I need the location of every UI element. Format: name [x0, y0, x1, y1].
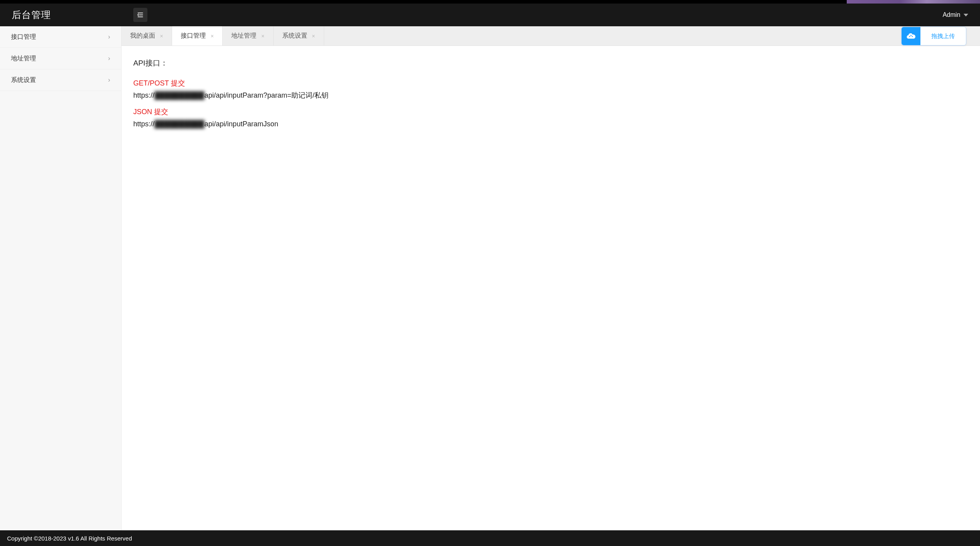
- section-label: GET/POST 提交: [133, 77, 968, 89]
- tab-settings[interactable]: 系统设置 ×: [274, 26, 324, 46]
- menu-collapse-icon: [136, 11, 144, 19]
- url-prefix: https://: [133, 120, 154, 128]
- sidebar-item-settings[interactable]: 系统设置 ›: [0, 69, 121, 91]
- url-masked: ██████████: [154, 120, 205, 128]
- app-body: 接口管理 › 地址管理 › 系统设置 › 我的桌面 × 接口管理 × 地址管理 …: [0, 26, 980, 530]
- footer-text: Copyright ©2018-2023 v1.6 All Rights Res…: [7, 535, 132, 542]
- sidebar-item-label: 地址管理: [11, 55, 36, 63]
- sidebar-item-label: 接口管理: [11, 33, 36, 41]
- close-icon[interactable]: ×: [312, 33, 315, 39]
- chevron-right-icon: ›: [108, 55, 110, 62]
- cloud-upload-icon: [906, 31, 916, 41]
- chevron-right-icon: ›: [108, 76, 110, 84]
- tab-label: 我的桌面: [130, 32, 155, 40]
- sidebar-toggle-button[interactable]: [133, 8, 147, 22]
- svg-point-4: [912, 36, 913, 37]
- api-heading: API接口：: [133, 57, 968, 69]
- tab-address[interactable]: 地址管理 ×: [223, 26, 273, 46]
- upload-label: 拖拽上传: [920, 33, 966, 40]
- brand-title: 后台管理: [12, 9, 51, 21]
- url-masked: ██████████: [154, 91, 205, 99]
- upload-widget[interactable]: 拖拽上传: [901, 27, 966, 46]
- app-header: 后台管理 Admin: [0, 4, 980, 26]
- footer: Copyright ©2018-2023 v1.6 All Rights Res…: [0, 530, 980, 546]
- sidebar: 接口管理 › 地址管理 › 系统设置 ›: [0, 26, 122, 530]
- tab-label: 接口管理: [181, 32, 206, 40]
- url-suffix: api/api/inputParam?param=助记词/私钥: [205, 91, 329, 99]
- chevron-right-icon: ›: [108, 33, 110, 40]
- api-section-getpost: GET/POST 提交 https://██████████api/api/in…: [133, 77, 968, 101]
- url-prefix: https://: [133, 91, 154, 99]
- close-icon[interactable]: ×: [160, 33, 163, 39]
- sidebar-item-address[interactable]: 地址管理 ›: [0, 48, 121, 69]
- user-menu[interactable]: Admin: [943, 11, 968, 18]
- api-section-json: JSON 提交 https://██████████api/api/inputP…: [133, 106, 968, 130]
- close-icon[interactable]: ×: [211, 33, 214, 39]
- sidebar-item-api[interactable]: 接口管理 ›: [0, 26, 121, 48]
- header-left: 后台管理: [12, 8, 147, 22]
- tab-desktop[interactable]: 我的桌面 ×: [122, 26, 172, 46]
- api-url: https://██████████api/api/inputParam?par…: [133, 89, 968, 102]
- upload-icon-box: [902, 27, 920, 45]
- svg-point-3: [909, 36, 910, 37]
- top-decorative-strip: [0, 0, 980, 4]
- tab-api[interactable]: 接口管理 ×: [172, 26, 223, 46]
- tab-content: API接口： GET/POST 提交 https://██████████api…: [122, 46, 980, 530]
- tab-label: 系统设置: [282, 32, 307, 40]
- api-url: https://██████████api/api/inputParamJson: [133, 118, 968, 130]
- section-label: JSON 提交: [133, 106, 968, 118]
- sidebar-item-label: 系统设置: [11, 76, 36, 84]
- main-area: 我的桌面 × 接口管理 × 地址管理 × 系统设置 × API接口： GET/P…: [122, 26, 980, 530]
- close-icon[interactable]: ×: [261, 33, 264, 39]
- tab-label: 地址管理: [231, 32, 256, 40]
- svg-point-5: [911, 35, 912, 36]
- url-suffix: api/api/inputParamJson: [205, 120, 278, 128]
- user-name: Admin: [943, 11, 960, 18]
- tab-bar: 我的桌面 × 接口管理 × 地址管理 × 系统设置 ×: [122, 26, 980, 46]
- caret-down-icon: [964, 14, 968, 16]
